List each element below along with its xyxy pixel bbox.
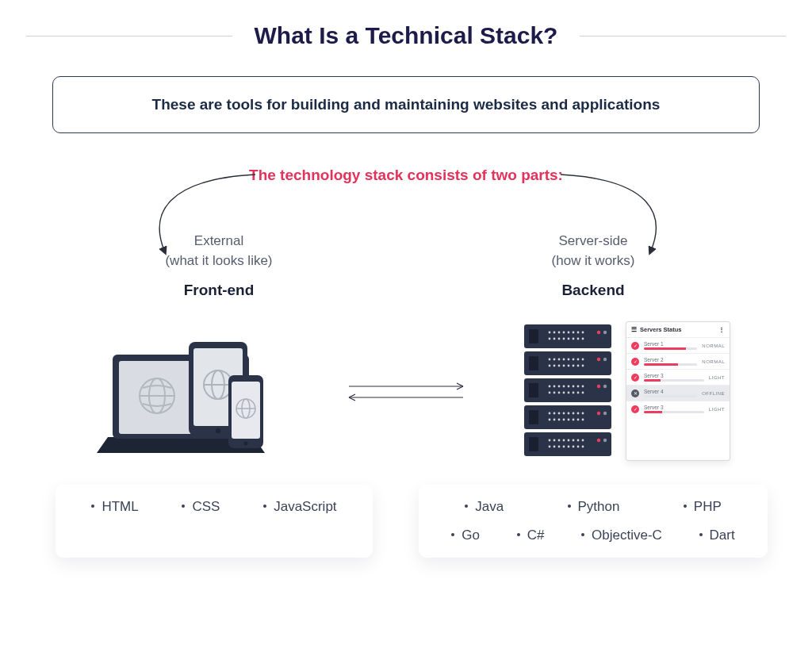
svg-point-26: [573, 332, 575, 334]
svg-point-50: [553, 365, 556, 367]
backend-tech-item: Java: [465, 499, 504, 515]
backend-tech-item: C#: [517, 528, 545, 543]
svg-point-44: [563, 359, 565, 361]
svg-point-98: [603, 412, 607, 415]
svg-point-92: [563, 419, 565, 421]
backend-tech-item: Python: [568, 499, 620, 515]
server-status-row: ✕Server 4OFFLINE: [626, 385, 730, 401]
svg-point-103: [558, 439, 561, 442]
svg-point-53: [568, 365, 570, 367]
svg-point-7: [216, 428, 220, 433]
svg-point-76: [582, 392, 584, 394]
svg-point-117: [597, 439, 600, 442]
backend-tech-item: Go: [451, 528, 480, 543]
svg-point-33: [568, 338, 570, 340]
svg-point-41: [549, 359, 551, 361]
server-state: LIGHT: [709, 375, 725, 380]
svg-point-84: [563, 412, 565, 415]
server-status-row: ✓Server 3LIGHT: [626, 401, 730, 416]
svg-point-82: [553, 412, 556, 415]
frontend-tech-item: HTML: [91, 499, 138, 515]
svg-point-30: [553, 338, 556, 340]
svg-rect-20: [529, 329, 538, 343]
svg-point-93: [568, 419, 570, 421]
svg-point-23: [558, 332, 561, 334]
svg-point-51: [558, 365, 561, 367]
svg-rect-80: [529, 410, 538, 424]
backend-lede: Server-side (how it works): [422, 232, 764, 271]
server-name: Server 2: [644, 357, 697, 363]
svg-point-69: [549, 392, 551, 394]
svg-point-107: [577, 439, 580, 442]
frontend-tech-item: JavaScript: [263, 499, 336, 515]
svg-point-62: [553, 386, 556, 388]
svg-point-68: [582, 386, 584, 388]
svg-point-56: [582, 365, 584, 367]
more-icon: ⋮: [718, 326, 725, 333]
backend-column: Server-side (how it works) Backend: [422, 232, 764, 299]
svg-point-65: [568, 386, 570, 388]
svg-point-67: [577, 386, 580, 388]
frontend-tech-panel: HTMLCSSJavaScript: [56, 485, 373, 558]
svg-point-74: [573, 392, 575, 394]
svg-point-49: [549, 365, 551, 367]
svg-point-63: [558, 386, 561, 388]
title-rule-right: [580, 36, 786, 36]
frontend-lede: External (what it looks like): [48, 232, 390, 271]
svg-point-57: [597, 358, 600, 361]
bidirectional-arrow-icon: [343, 375, 469, 407]
svg-point-70: [553, 392, 556, 394]
svg-point-112: [563, 446, 565, 448]
devices-icon: [95, 320, 278, 462]
svg-point-110: [553, 446, 556, 448]
subhead: The technology stack consists of two par…: [0, 167, 812, 184]
svg-point-42: [553, 359, 556, 361]
svg-point-95: [577, 419, 580, 421]
svg-point-72: [563, 392, 565, 394]
server-status-card: ☰ Servers Status ⋮ ✓Server 1NORMAL✓Serve…: [626, 321, 730, 461]
server-state: NORMAL: [702, 343, 725, 348]
svg-point-21: [549, 332, 551, 334]
server-name: Server 4: [644, 389, 697, 394]
server-rack-icon: [521, 321, 615, 461]
server-status-row: ✓Server 1NORMAL: [626, 337, 730, 353]
check-icon: ✓: [631, 405, 639, 413]
svg-point-22: [553, 332, 556, 334]
svg-point-114: [573, 446, 575, 448]
svg-point-101: [549, 439, 551, 442]
svg-point-81: [549, 412, 551, 415]
svg-point-48: [582, 359, 584, 361]
svg-point-46: [573, 359, 575, 361]
svg-point-61: [549, 386, 551, 388]
server-name: Server 1: [644, 341, 697, 347]
backend-tech-item: Dart: [699, 528, 735, 543]
svg-point-25: [568, 332, 570, 334]
server-state: LIGHT: [709, 407, 725, 412]
svg-point-111: [558, 446, 561, 448]
backend-tech-item: PHP: [684, 499, 722, 515]
svg-point-77: [597, 385, 600, 388]
svg-point-34: [573, 338, 575, 340]
svg-point-37: [597, 331, 600, 334]
svg-point-38: [603, 331, 607, 334]
server-status-title: Servers Status: [640, 326, 682, 333]
svg-point-78: [603, 385, 607, 388]
frontend-illustration: [32, 320, 341, 462]
svg-point-104: [563, 439, 565, 442]
x-icon: ✕: [631, 389, 639, 397]
definition-box: These are tools for building and maintai…: [52, 76, 760, 133]
svg-point-87: [577, 412, 580, 415]
svg-point-31: [558, 338, 561, 340]
svg-point-52: [563, 365, 565, 367]
check-icon: ✓: [631, 374, 639, 382]
svg-point-28: [582, 332, 584, 334]
svg-point-115: [577, 446, 580, 448]
svg-point-102: [553, 439, 556, 442]
frontend-column: External (what it looks like) Front-end: [48, 232, 390, 299]
svg-point-24: [563, 332, 565, 334]
svg-point-66: [573, 386, 575, 388]
svg-point-86: [573, 412, 575, 415]
svg-point-105: [568, 439, 570, 442]
svg-point-71: [558, 392, 561, 394]
backend-tech-panel: JavaPythonPHP GoC#Objective-CDart: [419, 485, 768, 558]
